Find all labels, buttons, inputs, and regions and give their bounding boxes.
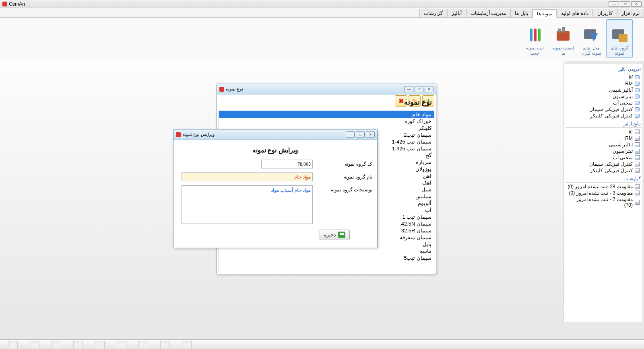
ribbon-label: لیست نمونه ها <box>551 45 575 56</box>
taskbar-icon[interactable] <box>138 341 148 348</box>
panel-item-icon <box>634 88 640 92</box>
desc-textarea[interactable] <box>182 185 313 224</box>
panel-item[interactable]: سختی آب <box>566 100 641 106</box>
panel-item-icon <box>634 200 640 205</box>
ribbon-icon <box>610 25 629 45</box>
dialog-heading: نوع نمونه <box>404 98 432 107</box>
right-panel: افزودن آنالیزkfRMآنالیز شیمیتیتراسیونسخت… <box>564 64 642 322</box>
taskbar-icon[interactable] <box>182 341 192 348</box>
ribbon-button-0[interactable]: گروه های نمونه <box>606 19 633 58</box>
list-item[interactable]: سیمان تیپ5 <box>219 255 434 261</box>
svg-rect-1 <box>619 34 627 42</box>
dialog-title: نوع نمونه <box>226 86 243 92</box>
code-input[interactable] <box>261 160 313 168</box>
dialog-titlebar: ویرایش نوع نمونه — ▭ ✕ <box>173 129 377 140</box>
svg-rect-6 <box>530 29 533 41</box>
panel-item-icon <box>634 136 640 141</box>
panel-item-icon <box>634 75 640 80</box>
dialog-icon <box>219 87 224 92</box>
tab-strip: نرم افزارکاربرانداده های اولیهنمونه هاپا… <box>0 8 644 18</box>
panel-item-icon <box>634 155 640 160</box>
panel-item-label: مقاومت 3 - ثبت نشده امروز (0) <box>569 190 633 196</box>
tab-5[interactable]: مدیریت آزمایشات <box>466 9 510 17</box>
panel-item[interactable]: سختی آب <box>566 154 641 161</box>
panel-item[interactable]: مقاومت 28 -ثبت نشده امروز (0) <box>566 183 641 190</box>
panel-item-icon <box>634 107 640 112</box>
tab-4[interactable]: پایل ها <box>510 9 532 17</box>
ribbon-button-2[interactable]: لیست نمونه ها <box>550 19 576 58</box>
code-label: کد گروه نمونه <box>316 160 372 167</box>
taskbar-icon[interactable] <box>95 341 105 348</box>
panel-item-label: کنترل فیزیکی سیمان <box>589 161 633 167</box>
dialog-close-button[interactable]: ✕ <box>425 86 433 92</box>
tab-0[interactable]: نرم افزار <box>617 9 644 17</box>
panel-header: نتایج آنالیز <box>566 121 641 128</box>
panel-item[interactable]: مقاومت 7 - ثبت نشده امروز (70) <box>566 196 641 208</box>
list-item[interactable]: مواد خام <box>219 111 434 118</box>
tab-6[interactable]: آنالیز <box>447 9 466 17</box>
panel-item-icon <box>634 81 640 86</box>
ribbon-label: گروه های نمونه <box>607 45 632 56</box>
main-titlebar: CemAn — ▭ ✕ <box>0 0 644 8</box>
name-input[interactable] <box>182 172 313 181</box>
dialog-titlebar: نوع نمونه — ▭ ✕ <box>217 84 436 94</box>
panel-item[interactable]: kf <box>566 129 641 135</box>
panel-item[interactable]: kf <box>566 74 641 80</box>
tab-1[interactable]: کاربران <box>593 9 617 17</box>
ribbon-button-1[interactable]: محل های نمونه گیری <box>578 19 605 58</box>
save-icon <box>338 232 345 238</box>
panel-item[interactable]: کنترل فیزیکی کلینکر <box>566 167 641 174</box>
panel-item[interactable]: RM <box>566 80 641 87</box>
taskbar-icon[interactable] <box>52 341 61 348</box>
panel-item[interactable]: کنترل فیزیکی سیمان <box>566 161 641 167</box>
tab-3[interactable]: نمونه ها <box>533 9 557 18</box>
tab-2[interactable]: داده های اولیه <box>557 9 593 17</box>
taskbar-icon[interactable] <box>73 341 83 348</box>
ribbon-icon <box>525 25 545 45</box>
panel-item[interactable]: آنالیز شیمی <box>566 87 641 93</box>
panel-item-icon <box>634 162 640 166</box>
panel-item-icon <box>634 113 640 118</box>
save-button[interactable]: ذخیره <box>320 230 350 240</box>
panel-item-label: کنترل فیزیکی سیمان <box>589 107 633 112</box>
panel-item[interactable]: RM <box>566 135 641 142</box>
dialog-maximize-button[interactable]: ▭ <box>356 131 365 138</box>
minimize-button[interactable]: — <box>609 1 619 7</box>
list-item[interactable]: ماسه <box>219 248 434 255</box>
taskbar-icon[interactable] <box>117 341 126 348</box>
panel-item[interactable]: تیتراسیون <box>566 93 641 100</box>
panel-item-icon <box>634 168 640 173</box>
panel-item-label: کنترل فیزیکی کلینکر <box>590 113 633 119</box>
panel-item-label: kf <box>629 129 633 135</box>
taskbar-icon[interactable] <box>160 341 170 348</box>
ribbon: گروه های نمونهمحل های نمونه گیریلیست نمو… <box>0 18 644 61</box>
dialog-minimize-button[interactable]: — <box>346 131 355 138</box>
panel-item[interactable]: مقاومت 3 - ثبت نشده امروز (0) <box>566 190 641 196</box>
desc-label: توضیحات گروه نمونه <box>316 185 372 193</box>
panel-item[interactable]: تیتراسیون <box>566 148 641 154</box>
app-icon <box>2 2 7 6</box>
svg-rect-4 <box>558 29 561 33</box>
ribbon-button-3[interactable]: ثبت نمونه جدید <box>522 19 548 58</box>
svg-rect-7 <box>534 29 537 41</box>
panel-header: افزودن آنالیز <box>566 66 641 73</box>
panel-item[interactable]: کنترل فیزیکی کلینکر <box>566 113 641 119</box>
panel-item-label: تیتراسیون <box>613 148 633 154</box>
tab-7[interactable]: گزارشات <box>419 9 447 17</box>
svg-rect-5 <box>562 27 565 33</box>
taskbar-icon[interactable] <box>8 341 18 348</box>
taskbar-icon[interactable] <box>30 341 39 348</box>
close-button[interactable]: ✕ <box>631 1 642 7</box>
dialog-maximize-button[interactable]: ▭ <box>415 86 423 92</box>
maximize-button[interactable]: ▭ <box>620 1 630 7</box>
panel-header: گزارشات <box>566 175 641 183</box>
panel-item-icon <box>634 129 640 134</box>
dialog-minimize-button[interactable]: — <box>405 86 413 92</box>
ribbon-icon <box>553 25 573 45</box>
dialog-close-button[interactable]: ✕ <box>366 131 375 138</box>
panel-item[interactable]: کنترل فیزیکی سیمان <box>566 106 641 113</box>
panel-item-icon <box>634 191 640 195</box>
panel-item-label: آنالیز شیمی <box>609 142 633 148</box>
panel-item[interactable]: آنالیز شیمی <box>566 142 641 148</box>
list-item[interactable]: خوراک کوره <box>219 118 434 125</box>
